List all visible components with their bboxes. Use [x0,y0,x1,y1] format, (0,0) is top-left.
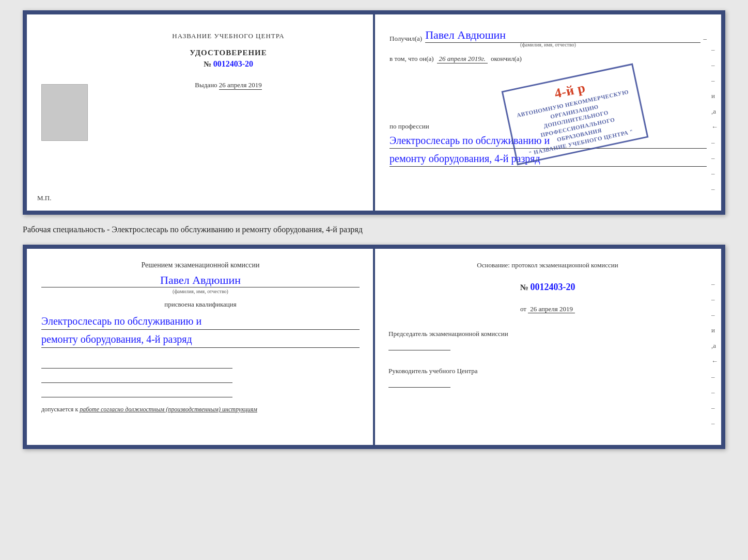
profession-text-line2: ремонту оборудования, 4-й разряд [389,151,707,167]
certificate-number-top: № 0012403-20 [204,59,253,69]
person-name-sub-bottom: (фамилия, имя, отчество) [41,289,360,294]
stamp-number: 4-й р [509,69,631,113]
basis-number-value: 0012403-20 [531,282,575,292]
top-right-page: Получил(а) Павел Авдюшин – (фамилия, имя… [375,14,721,211]
recipient-line: Получил(а) Павел Авдюшин – [389,29,707,43]
issued-date: Выдано 26 апреля 2019 [195,81,261,89]
bottom-right-margin-dashes: – – – и ,а ← – – – – [711,280,718,427]
right-margin-dashes: – – – и ,а ← – – – – [711,45,718,193]
bottom-right-page: Основание: протокол экзаменационной коми… [374,249,721,445]
certificate-label: УДОСТОВЕРЕНИЕ [190,49,267,57]
top-left-page: НАЗВАНИЕ УЧЕБНОГО ЦЕНТРА УДОСТОВЕРЕНИЕ №… [27,14,375,211]
bottom-right-content: Основание: протокол экзаменационной коми… [388,261,707,388]
qualification-text-line1: Электрослесарь по обслуживанию и [41,313,360,330]
profession-section: по профессии Электрослесарь по обслужива… [389,122,707,167]
photo-placeholder [41,84,88,141]
commission-title: Решением экзаменационной комиссии [41,261,360,269]
basis-text: Основание: протокол экзаменационной коми… [388,261,707,269]
director-sig-block [388,378,707,388]
specialty-text: Рабочая специальность - Электрослесарь п… [23,225,725,234]
bottom-document-spread: Решением экзаменационной комиссии Павел … [23,245,725,449]
profession-label: по профессии [389,122,707,131]
signature-lines [41,358,360,397]
top-document-spread: НАЗВАНИЕ УЧЕБНОГО ЦЕНТРА УДОСТОВЕРЕНИЕ №… [23,10,725,215]
chairman-title: Председатель экзаменационной комиссии [388,330,707,350]
recipient-name-top: Павел Авдюшин [425,29,700,43]
chairman-sig-block [388,341,707,350]
allowed-text: допускается к работе согласно должностны… [41,406,360,413]
recipient-prefix: Получил(а) [389,35,422,43]
qualification-label: присвоена квалификация [41,300,360,309]
confirmation-line: в том, что он(а) 26 апреля 2019г. окончи… [389,55,707,63]
institution-title-top: НАЗВАНИЕ УЧЕБНОГО ЦЕНТРА [172,32,284,40]
allowed-italic-text: работе согласно должностным (производств… [80,406,257,413]
confirmation-date: 26 апреля 2019г. [437,55,488,63]
bottom-left-page: Решением экзаменационной комиссии Павел … [27,249,374,445]
mp-label: М.П. [37,194,51,202]
qualification-text-line2: ремонту оборудования, 4-й разряд [41,331,360,348]
basis-number: № 0012403-20 [388,282,707,293]
director-title: Руководитель учебного Центра [388,367,707,388]
basis-date: от 26 апреля 2019 [388,305,707,313]
profession-text-line1: Электрослесарь по обслуживанию и [389,133,707,149]
person-name-bottom: Павел Авдюшин [41,274,360,287]
recipient-section: Получил(а) Павел Авдюшин – (фамилия, имя… [389,27,707,47]
cert-number-value: 0012403-20 [213,59,253,68]
